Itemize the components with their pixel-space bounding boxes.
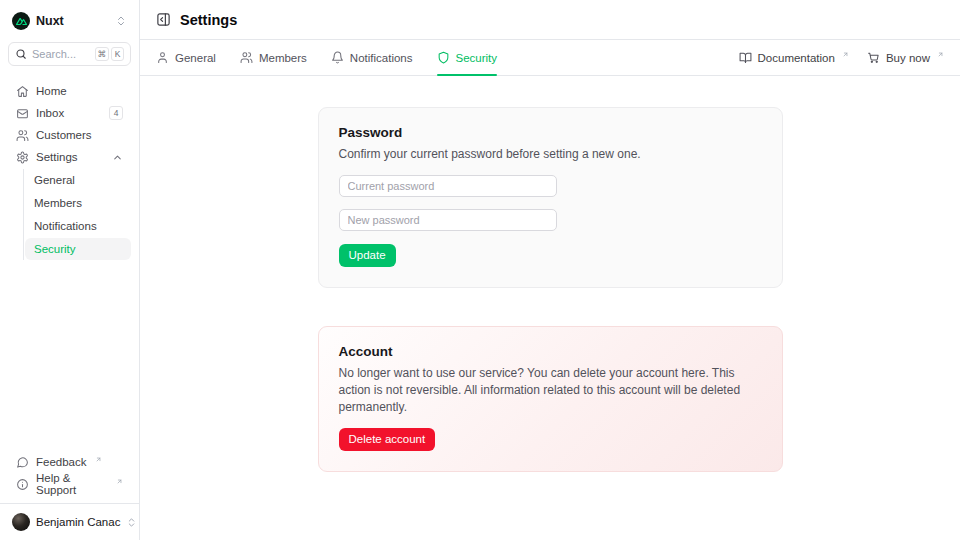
avatar [12,513,30,531]
sidebar-item-inbox[interactable]: Inbox 4 [8,102,131,124]
sidebar-user-section: Benjamin Canac [0,503,139,540]
tabbar: General Members Notifications [140,40,960,76]
page-title: Settings [180,12,237,28]
sidebar-item-members[interactable]: Members [25,192,131,214]
user-name: Benjamin Canac [36,516,120,528]
feedback-link[interactable]: Feedback [8,451,131,473]
info-circle-icon [16,478,29,491]
current-password-field[interactable] [339,175,557,197]
shield-icon [437,51,450,64]
kbd-k: K [111,47,124,61]
account-card-description: No longer want to use our service? You c… [339,365,762,416]
buy-now-label: Buy now [886,52,930,64]
sidebar-item-customers[interactable]: Customers [8,124,131,146]
chevron-up-down-icon [115,15,127,27]
tab-label: Security [456,52,498,64]
chevron-up-icon [112,152,123,163]
sidebar-footer-links: Feedback Help & Support [0,447,139,503]
external-link-icon [937,51,944,58]
settings-content: Password Confirm your current password b… [140,76,960,540]
user-menu-button[interactable]: Benjamin Canac [8,511,131,533]
tab-members[interactable]: Members [240,40,307,75]
password-card-description: Confirm your current password before set… [339,146,762,163]
help-support-label: Help & Support [36,472,108,496]
tab-label: Notifications [350,52,413,64]
sidebar-item-home[interactable]: Home [8,80,131,102]
buy-now-link[interactable]: Buy now [867,40,944,75]
inbox-icon [16,107,29,120]
documentation-link[interactable]: Documentation [739,40,849,75]
cart-icon [867,51,880,64]
workspace-selector[interactable]: Nuxt [8,8,131,34]
current-password-field-wrap [339,175,762,197]
users-icon [240,51,253,64]
external-link-icon [116,478,123,485]
sub-item-label: General [34,174,75,186]
kbd-meta: ⌘ [95,47,110,61]
main-area: Settings General Members [140,0,960,540]
settings-subnav: General Members Notifications Security [23,169,131,260]
new-password-field[interactable] [339,209,557,231]
account-card: Account No longer want to use our servic… [318,326,783,472]
sidebar-item-label: Customers [36,129,92,141]
sidebar-item-label: Home [36,85,67,97]
sidebar-item-general[interactable]: General [25,169,131,191]
tab-label: Members [259,52,307,64]
home-icon [16,85,29,98]
sidebar-item-settings[interactable]: Settings [8,146,131,168]
sub-item-label: Security [34,243,76,255]
sidebar-item-notifications[interactable]: Notifications [25,215,131,237]
update-password-button[interactable]: Update [339,244,396,267]
new-password-field-wrap [339,209,762,231]
sidebar-item-label: Inbox [36,107,64,119]
search-icon [15,48,27,60]
app-root: Nuxt Search... ⌘ K [0,0,960,540]
sub-item-label: Members [34,197,82,209]
account-card-title: Account [339,344,762,359]
search-placeholder: Search... [32,48,76,60]
users-icon [16,129,29,142]
workspace-name: Nuxt [36,14,64,28]
sidebar: Nuxt Search... ⌘ K [0,0,140,540]
chat-bubble-icon [16,456,29,469]
search-input[interactable]: Search... ⌘ K [8,42,131,66]
sidebar-top: Nuxt Search... ⌘ K [0,0,139,74]
sidebar-nav: Home Inbox 4 Customers Settings [0,74,139,261]
password-card-title: Password [339,125,762,140]
tab-general[interactable]: General [156,40,216,75]
user-icon [156,51,169,64]
page-header: Settings [140,0,960,40]
feedback-label: Feedback [36,456,87,468]
tab-label: General [175,52,216,64]
sidebar-item-security[interactable]: Security [25,238,131,260]
tabbar-links: Documentation Buy now [739,40,944,75]
sidebar-item-label: Settings [36,151,78,163]
sidebar-collapse-icon[interactable] [156,12,171,27]
documentation-label: Documentation [758,52,835,64]
password-card: Password Confirm your current password b… [318,107,783,288]
book-open-icon [739,51,752,64]
bell-icon [331,51,344,64]
tab-security[interactable]: Security [437,40,498,75]
gear-icon [16,151,29,164]
search-shortcut: ⌘ K [95,47,125,61]
delete-account-button[interactable]: Delete account [339,428,436,451]
chevron-up-down-icon [126,517,137,528]
nuxt-logo-icon [12,12,30,30]
tabs: General Members Notifications [156,40,497,75]
external-link-icon [95,456,102,463]
sub-item-label: Notifications [34,220,97,232]
sidebar-spacer [0,261,139,447]
help-support-link[interactable]: Help & Support [8,473,131,495]
external-link-icon [842,51,849,58]
tab-notifications[interactable]: Notifications [331,40,413,75]
inbox-count-badge: 4 [109,106,123,120]
